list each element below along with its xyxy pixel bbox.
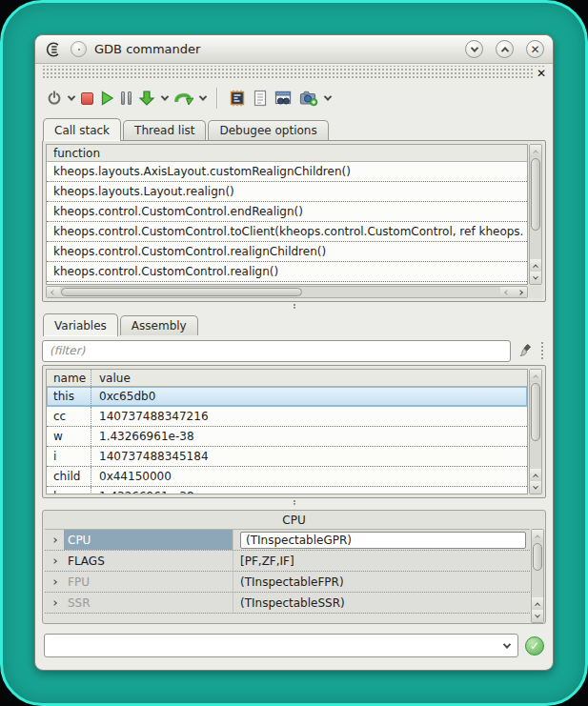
step-over-dropdown-button[interactable] xyxy=(200,87,206,110)
chevron-up-icon xyxy=(533,264,538,270)
callstack-column-header[interactable]: function xyxy=(47,145,527,162)
close-icon: ✕ xyxy=(530,44,539,55)
scroll-up-button[interactable] xyxy=(530,469,541,481)
stop-button[interactable] xyxy=(81,87,93,110)
scroll-up-button[interactable] xyxy=(530,145,541,157)
cpu-tree-row[interactable]: SSR (TInspectableSSR) xyxy=(45,593,530,614)
cpu-register-tree[interactable]: CPU (TInspectableGPR) FLAGS [PF,ZF,IF] F… xyxy=(45,529,530,623)
callstack-row[interactable]: kheops.layouts.AxisLayout.customRealignC… xyxy=(47,162,527,182)
chevron-down-icon xyxy=(535,612,540,617)
expand-button[interactable] xyxy=(45,593,64,613)
scrollbar-thumb[interactable] xyxy=(531,158,540,231)
variables-table[interactable]: name value this 0xc65db0 cc 140737488347… xyxy=(46,369,528,494)
callstack-list[interactable]: function kheops.layouts.AxisLayout.custo… xyxy=(46,144,528,285)
scroll-right-button[interactable] xyxy=(514,287,527,297)
variable-row[interactable]: w 1.43266961e-38 xyxy=(47,427,527,447)
tab-assembly[interactable]: Assembly xyxy=(120,315,198,335)
inspect-dropdown-button[interactable] xyxy=(325,87,331,110)
scroll-down-button[interactable] xyxy=(530,272,541,284)
tab-thread-list[interactable]: Thread list xyxy=(123,120,206,140)
cpu-tree-row[interactable]: CPU (TInspectableGPR) xyxy=(45,530,530,551)
column-header-value[interactable]: value xyxy=(91,372,131,385)
chevron-up-icon xyxy=(533,474,538,479)
pause-button[interactable] xyxy=(121,87,132,110)
scroll-up-button[interactable] xyxy=(530,259,541,272)
variable-row[interactable]: i 140737488345184 xyxy=(47,447,527,467)
run-button[interactable] xyxy=(100,87,114,110)
expand-button[interactable] xyxy=(45,572,64,592)
scroll-left-button[interactable] xyxy=(47,287,60,297)
scrollbar-thumb[interactable] xyxy=(61,288,302,296)
callstack-row[interactable]: kheops.control.CustomControl.realign() xyxy=(47,262,527,282)
clear-filter-button[interactable] xyxy=(516,340,537,361)
scroll-up-button[interactable] xyxy=(530,370,541,382)
scroll-down-button[interactable] xyxy=(530,481,541,494)
cpu-group-title: CPU xyxy=(43,511,545,529)
roll-up-button[interactable] xyxy=(496,40,514,58)
step-into-button[interactable] xyxy=(138,87,155,110)
scroll-left-button[interactable] xyxy=(500,287,514,297)
column-header-name[interactable]: name xyxy=(47,370,91,386)
expand-button[interactable] xyxy=(45,530,64,550)
callstack-row[interactable]: kheops.control.CustomControl.realignChil… xyxy=(47,242,527,262)
variable-row[interactable]: child 0x44150000 xyxy=(47,467,527,487)
horizontal-splitter[interactable] xyxy=(35,498,553,507)
scrollbar-thumb[interactable] xyxy=(531,383,540,441)
callstack-row[interactable]: kheops.layouts.Layout.realign() xyxy=(47,182,527,202)
step-over-button[interactable] xyxy=(174,87,193,110)
variables-header-row[interactable]: name value xyxy=(47,370,527,387)
scroll-down-button[interactable] xyxy=(532,610,543,622)
variables-vertical-scrollbar[interactable] xyxy=(529,369,542,494)
inspect-button[interactable] xyxy=(299,87,318,110)
tab-call-stack[interactable]: Call stack xyxy=(43,118,121,141)
brush-icon xyxy=(517,342,535,359)
chevron-up-icon xyxy=(500,47,508,54)
check-icon: ✓ xyxy=(530,640,539,652)
execute-button[interactable]: ✓ xyxy=(525,636,544,656)
scrollbar-thumb[interactable] xyxy=(533,543,542,571)
cpu-registers-button[interactable] xyxy=(229,87,246,110)
variable-row[interactable]: this 0xc65db0 xyxy=(47,387,527,407)
run-icon xyxy=(100,91,114,106)
tab-variables[interactable]: Variables xyxy=(43,313,118,336)
chevron-up-icon xyxy=(535,535,540,540)
watches-button[interactable] xyxy=(274,87,293,110)
scroll-up-button[interactable] xyxy=(532,530,543,542)
callstack-row[interactable]: kheops.control.CustomControl.endRealign(… xyxy=(47,202,527,222)
register-value-editor[interactable]: (TInspectableGPR) xyxy=(240,532,526,549)
chevron-right-icon xyxy=(51,600,57,606)
disassembly-icon xyxy=(253,90,268,107)
dock-drag-handle[interactable]: ✕ xyxy=(42,66,546,80)
expand-button[interactable] xyxy=(45,551,64,571)
variable-row[interactable]: cc 140737488347216 xyxy=(47,407,527,427)
callstack-row[interactable]: kheops.control.CustomControl.toClient(kh… xyxy=(47,222,527,242)
dock-close-button[interactable]: ✕ xyxy=(533,68,546,79)
cpu-registers-icon xyxy=(229,90,246,107)
command-combobox[interactable] xyxy=(44,634,518,657)
filter-input[interactable] xyxy=(42,340,511,362)
chevron-down-icon xyxy=(199,92,207,100)
window-options-button[interactable] xyxy=(71,41,87,57)
titlebar[interactable]: GDB commander ✕ xyxy=(35,35,553,64)
scroll-up-button[interactable] xyxy=(532,597,543,610)
cpu-tree-row[interactable]: FPU (TInspectableFPR) xyxy=(45,572,530,593)
tab-debugee-options[interactable]: Debugee options xyxy=(208,120,328,140)
app-logo-icon xyxy=(44,40,63,59)
cpu-tree-row[interactable]: FLAGS [PF,ZF,IF] xyxy=(45,551,530,572)
variable-row[interactable]: h 1.43266961e-38 xyxy=(47,487,527,494)
chevron-left-icon xyxy=(51,290,56,295)
close-button[interactable]: ✕ xyxy=(526,40,544,58)
callstack-vertical-scrollbar[interactable] xyxy=(529,144,542,285)
horizontal-splitter[interactable] xyxy=(35,302,553,311)
inspect-icon xyxy=(299,90,318,107)
chevron-right-icon xyxy=(517,290,523,295)
power-button[interactable] xyxy=(47,87,62,110)
inspect-tabbar: Variables Assembly xyxy=(35,311,553,335)
power-dropdown-button[interactable] xyxy=(69,87,74,110)
cpu-vertical-scrollbar[interactable] xyxy=(531,529,544,623)
roll-down-button[interactable] xyxy=(465,40,483,58)
callstack-horizontal-scrollbar[interactable] xyxy=(46,286,528,298)
chevron-up-icon xyxy=(533,374,538,380)
step-into-dropdown-button[interactable] xyxy=(162,87,168,110)
disassembly-button[interactable] xyxy=(253,87,268,110)
